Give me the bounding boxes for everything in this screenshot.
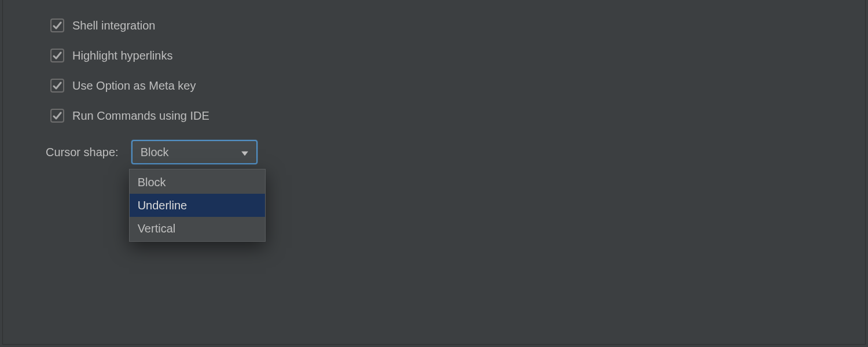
checkbox-row-run-commands-ide[interactable]: Run Commands using IDE [50, 101, 865, 131]
cursor-shape-dropdown: Block Underline Vertical [129, 169, 266, 242]
checkbox-label: Run Commands using IDE [72, 109, 209, 123]
cursor-shape-selected-value: Block [141, 146, 169, 159]
checkbox-option-as-meta[interactable] [50, 79, 64, 93]
checkbox-row-shell-integration[interactable]: Shell integration [50, 10, 865, 40]
checkbox-shell-integration[interactable] [50, 19, 64, 32]
cursor-shape-option-underline[interactable]: Underline [130, 194, 265, 217]
checkbox-label: Highlight hyperlinks [72, 49, 172, 62]
settings-panel: Shell integration Highlight hyperlinks U… [2, 0, 866, 345]
cursor-shape-option-vertical[interactable]: Vertical [130, 217, 265, 240]
checkbox-highlight-hyperlinks[interactable] [50, 49, 64, 62]
svg-marker-0 [241, 152, 248, 156]
cursor-shape-label: Cursor shape: [46, 146, 119, 159]
check-icon [53, 111, 62, 120]
cursor-shape-option-block[interactable]: Block [130, 171, 265, 194]
check-icon [53, 21, 62, 30]
chevron-down-icon [241, 146, 248, 159]
cursor-shape-select-wrap: Block Block Underline Vertical [131, 140, 258, 164]
checkbox-run-commands-ide[interactable] [50, 109, 64, 123]
checkbox-label: Use Option as Meta key [72, 79, 196, 93]
checkbox-label: Shell integration [72, 19, 155, 32]
cursor-shape-row: Cursor shape: Block Block Underline Vert… [46, 140, 865, 164]
checkbox-row-highlight-hyperlinks[interactable]: Highlight hyperlinks [50, 40, 865, 71]
cursor-shape-select[interactable]: Block [131, 140, 258, 164]
check-icon [53, 51, 62, 60]
check-icon [53, 81, 62, 90]
checkbox-row-option-as-meta[interactable]: Use Option as Meta key [50, 71, 865, 101]
